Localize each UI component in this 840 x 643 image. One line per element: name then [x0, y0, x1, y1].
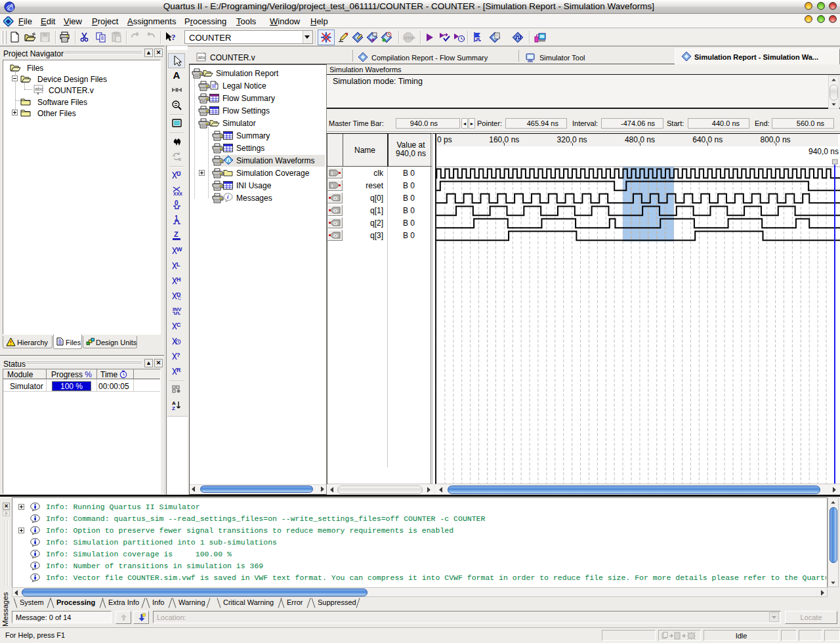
svg-text:C: C	[178, 296, 181, 301]
svg-text:INV: INV	[173, 306, 182, 312]
svg-text:O: O	[333, 220, 337, 226]
svg-text:XXX: XXX	[173, 192, 182, 196]
svg-text:R: R	[177, 367, 181, 373]
svg-text:H: H	[177, 276, 181, 283]
svg-text:A: A	[173, 154, 175, 157]
svg-text:abc: abc	[198, 54, 206, 60]
svg-text:STOP: STOP	[404, 36, 415, 40]
svg-text:B: B	[178, 157, 181, 161]
svg-text:Z: Z	[172, 405, 175, 411]
svg-text:O: O	[333, 233, 337, 239]
svg-text:I: I	[331, 171, 333, 176]
svg-text:O: O	[333, 208, 337, 214]
svg-text:Z: Z	[174, 230, 178, 238]
svg-text:L: L	[177, 261, 180, 268]
svg-text:W: W	[177, 246, 182, 253]
svg-text:O: O	[333, 196, 337, 201]
svg-text:?: ?	[177, 352, 180, 358]
svg-text:abc: abc	[35, 86, 43, 92]
svg-text:?: ?	[171, 32, 176, 42]
svg-text:C: C	[177, 322, 181, 328]
svg-text:I: I	[331, 183, 333, 189]
